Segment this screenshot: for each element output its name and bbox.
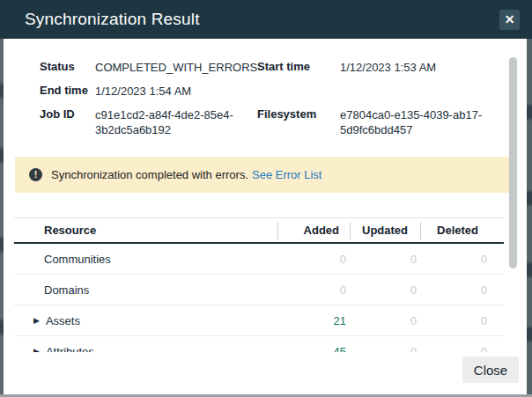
field-value-end-time: 1/12/2023 1:54 AM: [95, 84, 257, 99]
column-header-resource: Resource: [14, 224, 277, 237]
deleted-value: 0: [420, 314, 504, 327]
field-label-start-time: Start time: [257, 60, 340, 75]
deleted-value: 0: [420, 283, 504, 297]
close-button[interactable]: Close: [462, 357, 519, 383]
field-label-filesystem: Filesystem: [257, 107, 340, 137]
table-header-row: Resource Added Updated Deleted: [14, 218, 504, 244]
added-value: 45: [277, 345, 350, 353]
resource-label: Communities: [44, 253, 111, 266]
alert-icon: !: [29, 168, 42, 181]
sync-table-body: Communities000Domains000▶Assets2100▶Attr…: [14, 244, 504, 352]
modal-title: Synchronization Result: [25, 10, 200, 29]
table-row[interactable]: ▶Attributes4500: [14, 336, 504, 352]
field-value-start-time: 1/12/2023 1:53 AM: [340, 60, 513, 75]
updated-value: 0: [350, 253, 420, 266]
resource-label: Domains: [44, 283, 89, 297]
table-row: Communities000: [14, 244, 504, 275]
updated-value: 0: [350, 314, 420, 327]
field-label-job-id: Job ID: [40, 107, 95, 137]
banner-message: Synchronization completed with errors.: [51, 168, 248, 181]
table-row[interactable]: ▶Assets2100: [14, 305, 504, 336]
field-value-job-id: c91e1cd2-a84f-4de2-85e4-3b2dc5a6b192: [95, 107, 257, 137]
warning-banner: ! Synchronization completed with errors.…: [15, 157, 515, 193]
summary-fields: Status COMPLETED_WITH_ERRORS Start time …: [40, 60, 527, 137]
resource-label: Attributes: [46, 345, 94, 353]
modal-header: Synchronization Result ✕: [0, 0, 532, 39]
deleted-value: 0: [420, 345, 504, 353]
added-value: 0: [277, 283, 350, 297]
sync-result-table: Resource Added Updated Deleted Communiti…: [14, 217, 504, 352]
modal-body: Status COMPLETED_WITH_ERRORS Start time …: [4, 39, 527, 394]
vertical-scrollbar-thumb[interactable]: [509, 57, 517, 268]
close-icon[interactable]: ✕: [499, 10, 520, 30]
column-header-updated: Updated: [350, 222, 420, 239]
deleted-value: 0: [420, 253, 504, 266]
see-error-list-link[interactable]: See Error List: [252, 168, 321, 181]
expand-arrow-icon[interactable]: ▶: [33, 316, 40, 325]
expand-arrow-icon[interactable]: ▶: [33, 347, 40, 352]
added-value: 0: [277, 253, 350, 266]
resource-label: Assets: [46, 314, 80, 327]
sync-result-modal: Synchronization Result ✕ Status COMPLETE…: [0, 0, 532, 397]
field-value-status: COMPLETED_WITH_ERRORS: [95, 60, 257, 75]
column-header-deleted: Deleted: [420, 222, 504, 239]
field-label-end-time: End time: [40, 84, 95, 99]
page-background-right: [527, 39, 532, 397]
column-header-added: Added: [277, 222, 350, 239]
updated-value: 0: [350, 345, 420, 353]
field-label-status: Status: [40, 60, 95, 75]
field-value-filesystem: e7804ca0-e135-4039-ab17-5d9fc6bdd457: [340, 107, 513, 137]
added-value: 21: [277, 314, 350, 327]
table-row: Domains000: [14, 275, 504, 305]
updated-value: 0: [350, 283, 420, 297]
